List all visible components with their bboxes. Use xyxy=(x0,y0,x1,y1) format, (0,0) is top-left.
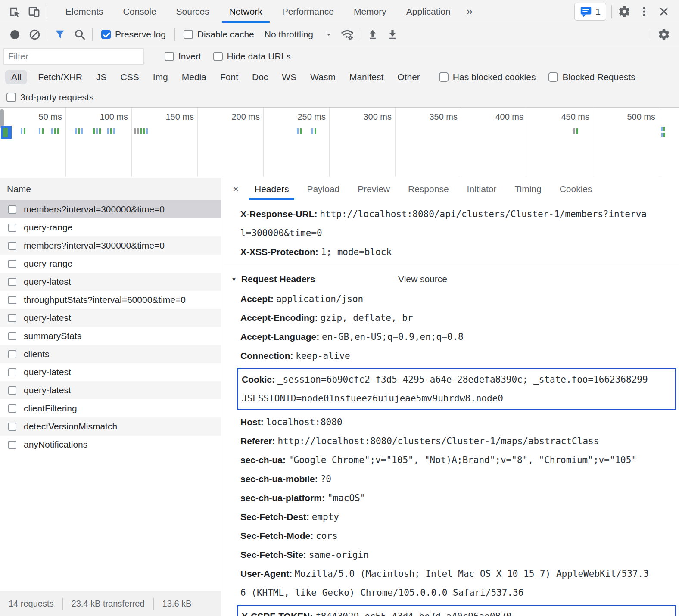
request-row-checkbox[interactable] xyxy=(8,205,16,214)
export-har-icon[interactable] xyxy=(383,25,402,44)
type-filter[interactable]: Media xyxy=(176,70,212,84)
name-column-header[interactable]: Name xyxy=(0,178,221,200)
hide-data-urls-toggle[interactable]: Hide data URLs xyxy=(213,51,291,62)
timeline-column: 150 ms xyxy=(132,108,198,177)
has-blocked-cookies-toggle[interactable]: Has blocked cookies xyxy=(439,72,536,82)
close-details-icon[interactable]: × xyxy=(224,183,246,195)
details-tab[interactable]: Response xyxy=(399,178,458,200)
import-har-icon[interactable] xyxy=(363,25,383,44)
request-row-checkbox[interactable] xyxy=(8,350,16,358)
request-row-checkbox[interactable] xyxy=(8,296,16,304)
devtools-tab[interactable]: Sources xyxy=(166,0,219,23)
request-row[interactable]: clients xyxy=(0,345,221,363)
request-row-checkbox[interactable] xyxy=(8,260,16,268)
header-value: f8443029-ec55-43d4-be7d-a40c96ae0870 xyxy=(315,611,511,616)
request-row[interactable]: members?interval=300000&time=0 xyxy=(0,200,221,218)
issues-counter-button[interactable]: 1 xyxy=(574,3,606,21)
third-party-checkbox[interactable] xyxy=(6,93,16,102)
request-row[interactable]: query-range xyxy=(0,218,221,236)
request-row-checkbox[interactable] xyxy=(8,332,16,340)
request-row[interactable]: query-range xyxy=(0,255,221,273)
details-tab[interactable]: Preview xyxy=(349,178,399,200)
network-overview-timeline[interactable]: 50 ms100 ms150 ms200 ms250 ms300 ms350 m… xyxy=(0,108,679,177)
details-tab[interactable]: Initiator xyxy=(458,178,506,200)
blocked-requests-toggle[interactable]: Blocked Requests xyxy=(548,72,635,82)
request-row[interactable]: detectVersionMismatch xyxy=(0,417,221,436)
request-row[interactable]: summaryStats xyxy=(0,327,221,345)
request-row[interactable]: query-latest xyxy=(0,309,221,327)
devtools-tab[interactable]: Console xyxy=(113,0,166,23)
type-filter-label: Media xyxy=(182,72,206,82)
details-tab[interactable]: Cookies xyxy=(551,178,601,200)
preserve-log-toggle[interactable]: Preserve log xyxy=(101,29,166,40)
request-row[interactable]: anyNotifications xyxy=(0,436,221,454)
request-row[interactable]: query-latest xyxy=(0,381,221,399)
inspect-element-icon[interactable] xyxy=(4,2,24,22)
devtools-tab[interactable]: Network xyxy=(219,0,272,23)
has-blocked-cookies-checkbox[interactable] xyxy=(439,72,449,82)
filter-input[interactable] xyxy=(3,48,144,65)
record-icon[interactable] xyxy=(10,30,19,39)
type-filter[interactable]: CSS xyxy=(115,70,145,84)
devtools-tab-label: Network xyxy=(229,6,262,17)
request-row-checkbox[interactable] xyxy=(8,404,16,413)
request-row-checkbox[interactable] xyxy=(8,368,16,376)
request-row[interactable]: clientFiltering xyxy=(0,399,221,417)
device-toolbar-icon[interactable] xyxy=(24,2,44,22)
filter-funnel-icon[interactable] xyxy=(50,25,70,44)
invert-toggle[interactable]: Invert xyxy=(165,51,201,62)
type-filter[interactable]: JS xyxy=(90,70,113,84)
request-row-checkbox[interactable] xyxy=(8,441,16,449)
request-row[interactable]: query-latest xyxy=(0,363,221,381)
details-tab[interactable]: Payload xyxy=(298,178,349,200)
type-filter[interactable]: Doc xyxy=(246,70,274,84)
type-filter[interactable]: WS xyxy=(276,70,302,84)
section-divider xyxy=(224,265,679,265)
hide-data-urls-label: Hide data URLs xyxy=(227,51,291,62)
request-row-checkbox[interactable] xyxy=(8,423,16,431)
hide-data-urls-checkbox[interactable] xyxy=(213,52,223,61)
network-conditions-icon[interactable] xyxy=(337,25,357,44)
throttling-dropdown[interactable]: No throttling xyxy=(265,29,333,40)
devtools-tab[interactable]: Performance xyxy=(272,0,344,23)
preserve-log-checkbox[interactable] xyxy=(101,30,111,39)
type-filter[interactable]: Other xyxy=(391,70,426,84)
settings-gear-icon[interactable] xyxy=(614,2,634,22)
disable-cache-checkbox[interactable] xyxy=(184,30,193,39)
request-row[interactable]: members?interval=300000&time=0 xyxy=(0,236,221,255)
request-row-checkbox[interactable] xyxy=(8,314,16,322)
request-row-checkbox[interactable] xyxy=(8,278,16,286)
invert-checkbox[interactable] xyxy=(165,52,174,61)
request-timing-mark xyxy=(300,128,302,134)
type-filter[interactable]: Wasm xyxy=(304,70,342,84)
type-filter[interactable]: All xyxy=(5,70,27,84)
close-icon[interactable] xyxy=(654,2,674,22)
request-row[interactable]: throughputStats?interval=60000&time=0 xyxy=(0,291,221,309)
devtools-tab[interactable]: Elements xyxy=(56,0,113,23)
more-tabs-chevron-icon[interactable]: » xyxy=(460,5,478,18)
type-filter[interactable]: Img xyxy=(147,70,174,84)
details-tab[interactable]: Timing xyxy=(505,178,550,200)
disable-cache-toggle[interactable]: Disable cache xyxy=(184,29,254,40)
search-icon[interactable] xyxy=(70,25,90,44)
more-options-icon[interactable] xyxy=(634,2,654,22)
details-tab[interactable]: Headers xyxy=(246,178,298,200)
request-timing-mark xyxy=(113,128,115,134)
request-row[interactable]: query-latest xyxy=(0,273,221,291)
devtools-tab[interactable]: Application xyxy=(396,0,461,23)
third-party-toggle[interactable]: 3rd-party requests xyxy=(6,92,93,103)
request-row-checkbox[interactable] xyxy=(8,242,16,250)
devtools-tab[interactable]: Memory xyxy=(344,0,396,23)
request-headers-section-header[interactable]: ▼ Request Headers View source xyxy=(224,269,679,289)
http-header-row: Cookie: _session=6b90cfc2-f3d5-4295-a64e… xyxy=(237,368,676,410)
request-row-checkbox[interactable] xyxy=(8,224,16,232)
view-source-link[interactable]: View source xyxy=(398,274,447,284)
network-settings-gear-icon[interactable] xyxy=(654,25,674,44)
blocked-requests-checkbox[interactable] xyxy=(548,72,558,82)
type-filter[interactable]: Font xyxy=(214,70,244,84)
type-filter[interactable]: Manifest xyxy=(343,70,389,84)
type-filter[interactable]: Fetch/XHR xyxy=(30,70,88,84)
clear-icon[interactable] xyxy=(25,25,44,44)
collapse-triangle-icon[interactable]: ▼ xyxy=(231,276,237,283)
request-row-checkbox[interactable] xyxy=(8,386,16,395)
